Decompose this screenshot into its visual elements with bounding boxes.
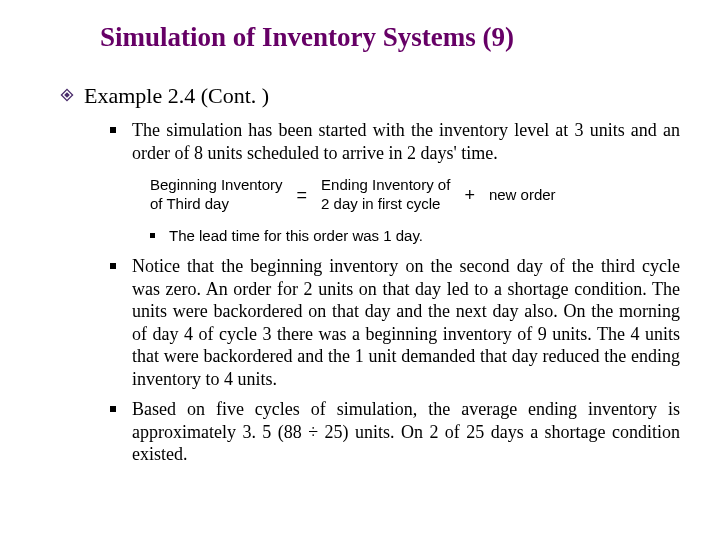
slide: Simulation of Inventory Systems (9) Exam… xyxy=(0,0,720,540)
eq-left-line1: Beginning Inventory xyxy=(150,176,283,195)
bullet-text: Based on five cycles of simulation, the … xyxy=(132,398,680,466)
equals-sign: = xyxy=(297,185,308,206)
equation-right: new order xyxy=(489,186,556,205)
equation-mid: Ending Inventory of 2 day in first cycle xyxy=(321,176,450,214)
bullet-text: Notice that the beginning inventory on t… xyxy=(132,255,680,390)
eq-left-line2: of Third day xyxy=(150,195,283,214)
svg-rect-1 xyxy=(64,92,70,98)
level2-item: Based on five cycles of simulation, the … xyxy=(110,398,680,466)
eq-mid-line2: 2 day in first cycle xyxy=(321,195,450,214)
bullet-text: The lead time for this order was 1 day. xyxy=(169,226,680,246)
diamond-icon xyxy=(60,88,74,102)
level3-item: The lead time for this order was 1 day. xyxy=(150,226,680,246)
bullet-text: The simulation has been started with the… xyxy=(132,119,680,164)
slide-title: Simulation of Inventory Systems (9) xyxy=(100,22,680,53)
square-bullet-icon xyxy=(150,233,155,238)
level1-item: Example 2.4 (Cont. ) xyxy=(60,83,680,109)
eq-mid-line1: Ending Inventory of xyxy=(321,176,450,195)
plus-sign: + xyxy=(464,185,475,206)
level1-heading: Example 2.4 (Cont. ) xyxy=(84,83,269,109)
level2-item: Notice that the beginning inventory on t… xyxy=(110,255,680,390)
level2-item: The simulation has been started with the… xyxy=(110,119,680,164)
equation-left: Beginning Inventory of Third day xyxy=(150,176,283,214)
square-bullet-icon xyxy=(110,406,116,412)
inventory-equation: Beginning Inventory of Third day = Endin… xyxy=(150,176,680,214)
square-bullet-icon xyxy=(110,263,116,269)
square-bullet-icon xyxy=(110,127,116,133)
